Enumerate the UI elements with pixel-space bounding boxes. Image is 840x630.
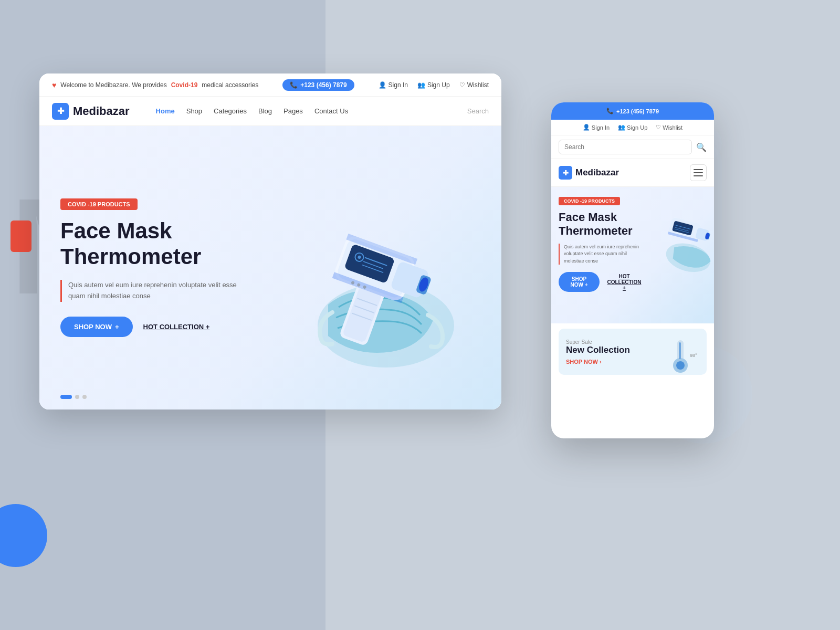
dot-3[interactable] <box>82 395 87 399</box>
hamburger-line-1 <box>694 169 703 170</box>
logo-icon: ✚ <box>52 103 69 120</box>
mobile-sign-in[interactable]: 👤 Sign In <box>583 124 610 131</box>
mobile-search-bar: 🔍 <box>551 135 714 159</box>
desktop-card: ♥ Welcome to Medibazare. We provides Cov… <box>39 74 501 410</box>
mobile-topbar: 📞 +123 (456) 7879 <box>551 102 714 120</box>
hero-title: Face Mask Thermometer <box>60 218 239 269</box>
slider-dots <box>60 395 87 399</box>
desktop-logo[interactable]: ✚ Medibazar <box>52 103 130 120</box>
sign-in-btn[interactable]: 👤 Sign In <box>379 81 408 89</box>
hero-buttons: SHOP NOW + HOT COLLECTION + <box>60 317 239 337</box>
nav-shop[interactable]: Shop <box>186 107 202 115</box>
wishlist-btn[interactable]: ♡ Wishlist <box>459 81 489 89</box>
mobile-hot-collection-button[interactable]: HOT COLLECTION + <box>606 274 643 291</box>
sale-text-block: Super Sale New Collection SHOP NOW › <box>566 339 630 365</box>
desktop-topbar: ♥ Welcome to Medibazare. We provides Cov… <box>39 74 501 97</box>
phone-badge[interactable]: 📞 +123 (456) 7879 <box>282 79 354 91</box>
user-plus-icon: 👥 <box>417 81 425 89</box>
mobile-search-input[interactable] <box>559 140 692 154</box>
svg-point-41 <box>676 361 685 370</box>
svg-rect-40 <box>679 342 681 359</box>
hero-description: Quis autem vel eum iure reprehenin volup… <box>60 280 239 302</box>
hero-product-image-area <box>228 126 501 410</box>
mobile-user-icon: 👤 <box>583 124 590 131</box>
mobile-shop-now-button[interactable]: SHOP NOW + <box>559 272 600 292</box>
mobile-phone-number: +123 (456) 7879 <box>616 108 659 114</box>
mobile-thermometer-svg <box>656 192 714 276</box>
mobile-user-plus-icon: 👥 <box>618 124 625 131</box>
mobile-sale-section: Super Sale New Collection SHOP NOW › 98° <box>559 329 707 375</box>
heart-icon: ♥ <box>52 81 56 89</box>
mobile-wishlist-icon: ♡ <box>656 124 661 131</box>
mobile-hero-title: Face Mask Thermometer <box>559 211 643 238</box>
dot-1[interactable] <box>60 395 72 399</box>
bg-rect-red <box>10 220 32 252</box>
tagline-suffix: medical accessories <box>202 81 258 89</box>
mobile-hero-description: Quis autem vel eum iure reprehenin volup… <box>559 244 643 265</box>
plus-icon: + <box>115 323 119 331</box>
nav-home[interactable]: Home <box>156 107 175 115</box>
mobile-card: 📞 +123 (456) 7879 👤 Sign In 👥 Sign Up ♡ … <box>551 102 714 438</box>
dot-2[interactable] <box>75 395 79 399</box>
mobile-logo[interactable]: ✚ Medibazar <box>559 166 619 180</box>
hamburger-line-3 <box>694 175 703 176</box>
desktop-search-text[interactable]: Search <box>467 107 489 115</box>
nav-categories[interactable]: Categories <box>214 107 247 115</box>
mobile-auth-bar: 👤 Sign In 👥 Sign Up ♡ Wishlist <box>551 120 714 135</box>
nav-blog[interactable]: Blog <box>258 107 272 115</box>
mobile-covid-badge: COVID -19 PRODUCTS <box>559 197 620 205</box>
desktop-nav: Home Shop Categories Blog Pages Contact … <box>156 107 452 115</box>
user-icon: 👤 <box>379 81 386 89</box>
mobile-sign-up[interactable]: 👥 Sign Up <box>618 124 647 131</box>
sale-thermometer-svg: 98° <box>663 336 705 373</box>
mobile-logo-text: Medibazar <box>575 167 619 178</box>
hamburger-line-2 <box>694 172 703 173</box>
mobile-navbar: ✚ Medibazar <box>551 159 714 187</box>
sale-product-image: 98° <box>663 336 699 368</box>
thermometer-gun-svg <box>276 158 454 378</box>
welcome-text: Welcome to Medibazare. We provides <box>60 81 166 89</box>
topbar-right: 👤 Sign In 👥 Sign Up ♡ Wishlist <box>379 81 489 89</box>
wishlist-heart-icon: ♡ <box>459 81 465 89</box>
covid-link[interactable]: Covid-19 <box>171 81 198 89</box>
mobile-wishlist[interactable]: ♡ Wishlist <box>656 124 682 131</box>
sale-shop-now-button[interactable]: SHOP NOW › <box>566 359 602 365</box>
hot-collection-button[interactable]: HOT COLLECTION + <box>143 323 210 331</box>
hero-covid-badge: COVID -19 PRODUCTS <box>60 198 138 210</box>
sale-title: New Collection <box>566 345 630 355</box>
sale-super-label: Super Sale <box>566 339 630 345</box>
topbar-left: ♥ Welcome to Medibazare. We provides Cov… <box>52 81 258 89</box>
logo-text: Medibazar <box>73 104 130 118</box>
nav-contact[interactable]: Contact Us <box>314 107 348 115</box>
hamburger-menu-button[interactable] <box>690 164 707 181</box>
mobile-hero: COVID -19 PRODUCTS Face Mask Thermometer… <box>551 187 714 323</box>
mobile-hero-buttons: SHOP NOW + HOT COLLECTION + <box>559 272 643 292</box>
hero-content: COVID -19 PRODUCTS Face Mask Thermometer… <box>39 177 260 358</box>
desktop-navbar: ✚ Medibazar Home Shop Categories Blog Pa… <box>39 97 501 126</box>
phone-icon: 📞 <box>290 81 298 89</box>
mobile-phone-badge[interactable]: 📞 +123 (456) 7879 <box>606 108 659 114</box>
desktop-hero: COVID -19 PRODUCTS Face Mask Thermometer… <box>39 126 501 410</box>
sign-up-btn[interactable]: 👥 Sign Up <box>417 81 450 89</box>
shop-now-button[interactable]: SHOP NOW + <box>60 317 133 337</box>
mobile-logo-icon: ✚ <box>559 166 572 180</box>
phone-number: +123 (456) 7879 <box>300 81 346 89</box>
mobile-search-button[interactable]: 🔍 <box>696 142 707 152</box>
mobile-phone-icon: 📞 <box>606 108 614 114</box>
svg-text:98°: 98° <box>690 353 697 358</box>
nav-pages[interactable]: Pages <box>284 107 303 115</box>
